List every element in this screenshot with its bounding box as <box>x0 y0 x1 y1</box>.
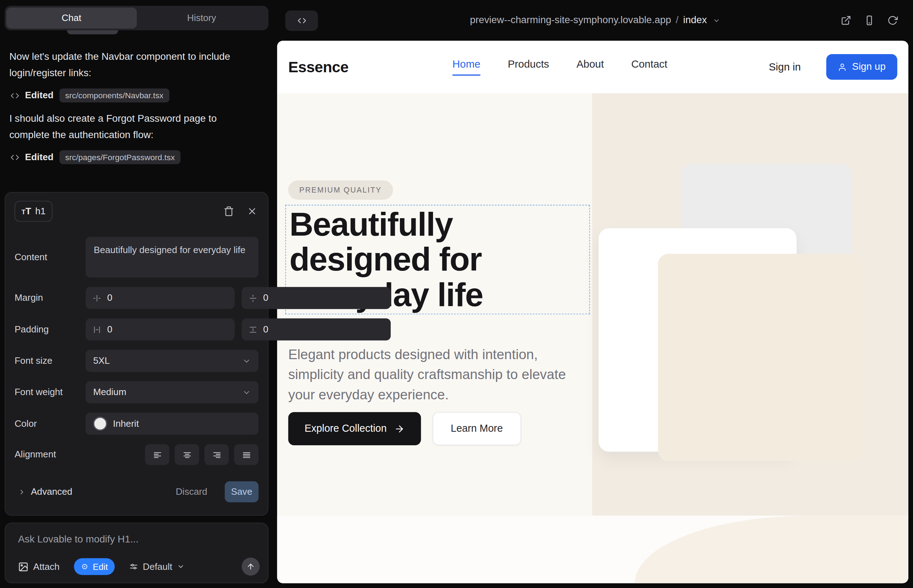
chevron-right-icon <box>18 488 26 496</box>
chat-composer: Attach Edit Default <box>5 522 269 583</box>
chevron-down-icon <box>242 388 251 397</box>
app-window: Chat History Now let's update the Navbar… <box>0 0 913 588</box>
font-weight-field-row: Font weight Medium <box>5 381 268 403</box>
decorative-card-beige <box>658 254 863 461</box>
padding-vertical-icon <box>249 325 257 334</box>
tab-chat[interactable]: Chat <box>6 8 136 29</box>
refresh-button[interactable] <box>887 15 898 26</box>
preview-path: index <box>683 15 707 26</box>
element-editor-panel: TT h1 Content Beautifully designed for e… <box>5 192 269 516</box>
sign-in-button[interactable]: Sign in <box>765 60 805 74</box>
nav-link-home[interactable]: Home <box>453 58 481 76</box>
site-brand[interactable]: Essence <box>288 58 348 76</box>
margin-y-field <box>242 287 391 309</box>
user-icon <box>838 63 847 71</box>
margin-x-input[interactable] <box>107 293 228 303</box>
advanced-toggle[interactable]: Advanced <box>15 486 76 498</box>
composer-input[interactable] <box>17 533 252 554</box>
align-center-button[interactable] <box>175 444 199 465</box>
chevron-down-icon <box>177 563 185 570</box>
align-right-button[interactable] <box>204 444 229 465</box>
preview-url-bar[interactable]: preview--charming-site-symphony.lovable.… <box>277 0 913 40</box>
target-icon <box>81 563 89 570</box>
align-justify-icon <box>242 450 251 459</box>
font-size-select[interactable]: 5XL <box>86 350 259 372</box>
premium-quality-badge: PREMIUM QUALITY <box>288 181 393 200</box>
edited-file-row: Edited src/pages/ForgotPassword.tsx <box>10 150 259 164</box>
open-in-new-tab-button[interactable] <box>841 15 851 26</box>
align-left-button[interactable] <box>145 444 170 465</box>
edited-label: Edited <box>25 152 53 162</box>
margin-vertical-icon <box>249 294 257 302</box>
element-tag-name: h1 <box>35 206 45 216</box>
edited-file-badge[interactable]: src/pages/ForgotPassword.tsx <box>60 150 181 164</box>
external-link-icon <box>841 15 851 26</box>
tab-history[interactable]: History <box>136 8 266 29</box>
alignment-label: Alignment <box>15 449 86 459</box>
margin-y-input[interactable] <box>263 293 384 303</box>
attach-button[interactable]: Attach <box>15 561 63 573</box>
padding-y-field <box>242 318 391 340</box>
color-value: Inherit <box>113 418 139 429</box>
nav-link-products[interactable]: Products <box>508 58 549 76</box>
mobile-view-button[interactable] <box>864 15 874 26</box>
learn-more-button[interactable]: Learn More <box>433 412 521 445</box>
margin-horizontal-icon <box>92 294 102 302</box>
align-center-icon <box>183 450 191 459</box>
font-weight-select[interactable]: Medium <box>86 381 259 403</box>
color-field-row: Color Inherit <box>5 412 268 435</box>
font-size-value: 5XL <box>93 355 110 366</box>
sign-up-button[interactable]: Sign up <box>826 54 897 80</box>
alignment-field-row: Alignment <box>5 444 268 465</box>
padding-y-input[interactable] <box>263 324 384 334</box>
align-justify-button[interactable] <box>234 444 259 465</box>
font-size-label: Font size <box>15 355 86 366</box>
send-button[interactable] <box>242 558 260 576</box>
edited-label: Edited <box>25 90 53 101</box>
padding-x-field <box>86 318 235 340</box>
content-label: Content <box>15 252 86 262</box>
close-editor-button[interactable] <box>247 206 257 216</box>
color-label: Color <box>15 418 86 429</box>
refresh-icon <box>887 15 898 26</box>
font-weight-value: Medium <box>93 387 126 397</box>
delete-element-button[interactable] <box>223 206 234 216</box>
margin-field-row: Margin <box>5 287 268 309</box>
margin-label: Margin <box>15 293 86 303</box>
nav-link-about[interactable]: About <box>576 58 604 76</box>
sign-up-label: Sign up <box>852 61 885 73</box>
image-icon <box>18 561 29 572</box>
site-nav-right: Sign in Sign up <box>765 54 897 80</box>
hero-description: Elegant products designed with intention… <box>288 344 568 405</box>
attach-label: Attach <box>33 561 60 572</box>
edited-file-row: Edited src/components/Navbar.tsx <box>10 89 259 102</box>
site-nav-links: Home Products About Contact <box>453 58 668 76</box>
model-mode-button[interactable]: Default <box>126 561 188 573</box>
explore-collection-button[interactable]: Explore Collection <box>288 412 421 445</box>
chat-message: Now let's update the Navbar component to… <box>9 49 245 81</box>
element-tag-pill[interactable]: TT h1 <box>15 201 53 222</box>
sliders-icon <box>129 562 138 571</box>
composer-toolbar: Attach Edit Default <box>15 558 260 576</box>
site-preview-frame: PREMIUM QUALITY Beautifully designed for… <box>277 40 908 583</box>
padding-field-row: Padding <box>5 318 268 340</box>
code-icon <box>10 91 19 100</box>
chevron-down-icon <box>242 357 251 365</box>
smartphone-icon <box>864 15 874 26</box>
save-button[interactable]: Save <box>225 481 259 502</box>
font-weight-label: Font weight <box>15 387 86 397</box>
padding-x-input[interactable] <box>107 324 228 334</box>
discard-button[interactable]: Discard <box>172 486 211 498</box>
hero-cta-row: Explore Collection Learn More <box>288 412 521 445</box>
url-separator: / <box>676 15 679 26</box>
model-mode-label: Default <box>143 561 172 572</box>
chat-message: I should also create a Forgot Password p… <box>9 111 245 144</box>
content-textarea[interactable]: Beautifully designed for everyday life <box>86 237 259 278</box>
preview-topbar: preview--charming-site-symphony.lovable.… <box>277 0 913 40</box>
align-right-icon <box>212 450 221 459</box>
nav-link-contact[interactable]: Contact <box>631 58 667 76</box>
edited-file-badge[interactable]: src/components/Navbar.tsx <box>60 89 170 102</box>
content-field-row: Content Beautifully designed for everyda… <box>5 237 268 278</box>
color-select[interactable]: Inherit <box>86 412 259 435</box>
edit-mode-button[interactable]: Edit <box>74 558 115 575</box>
